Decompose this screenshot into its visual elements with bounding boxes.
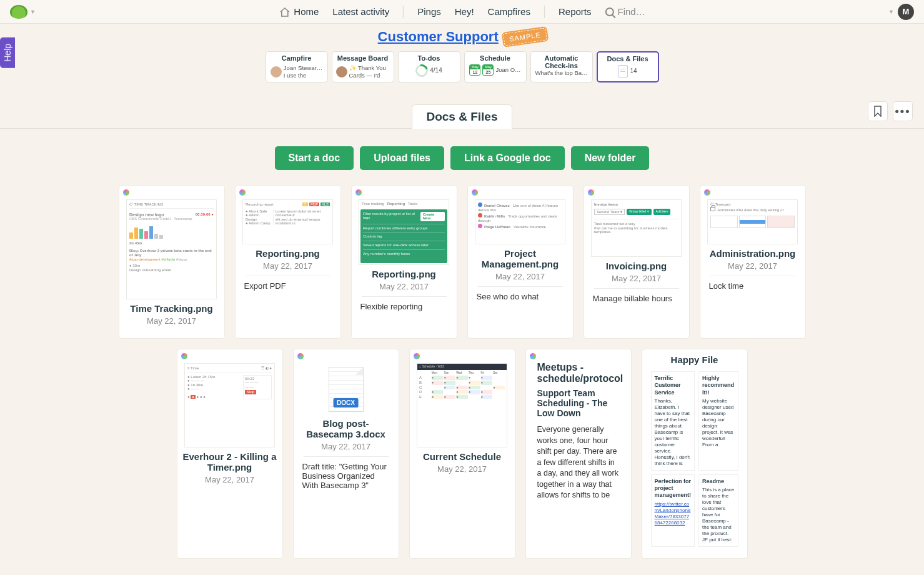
tool-message-board[interactable]: Message Board ✨ Thank You Cards — I'd: [332, 51, 394, 82]
link-google-doc-button[interactable]: Link a Google doc: [450, 146, 565, 170]
doc-subheading: Support Team Scheduling - The Low Down: [537, 388, 620, 418]
file-name: Administration.png: [705, 248, 800, 259]
file-description: Manage billable hours: [589, 289, 684, 303]
file-name: Current Schedule: [415, 451, 510, 462]
color-ring-icon: [297, 353, 304, 359]
file-name: Reporting.png: [357, 269, 452, 279]
product-switcher[interactable]: ▼: [10, 5, 36, 19]
color-ring-icon: [472, 189, 478, 196]
calendar-chip-icon: May12: [469, 64, 480, 76]
tool-schedule[interactable]: Schedule May12 May25 Joan O…: [464, 51, 527, 82]
file-card-reporting-2[interactable]: Time tracking Reporting Tasks Filter res…: [351, 185, 457, 339]
upload-files-button[interactable]: Upload files: [360, 146, 444, 170]
file-card-project-management[interactable]: Daniel Chavez Use one of these AI featur…: [467, 185, 574, 339]
color-ring-icon: [355, 189, 362, 196]
start-doc-button[interactable]: Start a doc: [275, 146, 354, 170]
docx-badge: DOCX: [333, 398, 359, 408]
happy-tile: Perfection for project management!https:…: [651, 474, 695, 547]
help-tab[interactable]: Help: [0, 38, 15, 68]
tool-checkins[interactable]: Automatic Check-ins What's the top Ba…: [530, 51, 593, 82]
happy-tile-link[interactable]: https://twitter.com/LandonphoneMaker/783…: [655, 501, 691, 526]
file-name: Reporting.png: [241, 248, 335, 259]
file-card-blog-docx[interactable]: DOCX Blog post- Basecamp 3.docx May 22, …: [293, 349, 399, 559]
file-name: Blog post- Basecamp 3.docx: [299, 418, 394, 439]
nav-separator: [544, 6, 545, 18]
file-thumbnail: Recording report⟳ PDF XLS ● About Sale● …: [242, 199, 333, 244]
avatar-chip-icon: [271, 66, 282, 78]
doc-heading: Meetups - schedule/protocol: [537, 362, 620, 384]
top-nav: ▼ Home Latest activity Pings Hey! Campfi…: [0, 0, 924, 24]
file-date: May 22, 2017: [187, 472, 272, 489]
user-avatar[interactable]: M: [898, 4, 914, 20]
more-options-button[interactable]: •••: [893, 101, 913, 121]
search-icon: [605, 8, 614, 16]
color-ring-icon: [704, 189, 710, 196]
folder-title: Happy File: [647, 351, 742, 371]
tool-todos[interactable]: To-dos 4/14: [398, 51, 460, 82]
nav-home[interactable]: Home: [279, 6, 319, 17]
happy-tile: ReadmeThis is a place to share the love …: [698, 474, 738, 547]
file-description: Draft title: "Getting Your Business Orga…: [299, 457, 394, 490]
color-ring-icon: [588, 189, 594, 196]
tool-cards-row: Campfire Joan Stewar… I use the Message …: [0, 51, 924, 82]
tool-campfire[interactable]: Campfire Joan Stewar… I use the: [266, 51, 328, 82]
section-actions: •••: [868, 101, 913, 121]
file-thumbnail: Time tracking Reporting Tasks Filter res…: [359, 199, 449, 265]
color-ring-icon: [414, 353, 420, 359]
nav-campfires[interactable]: Campfires: [488, 6, 530, 17]
file-card-administration[interactable]: ⏱ Timecard Administer who does the daily…: [700, 185, 806, 339]
tool-docs-files[interactable]: Docs & Files 14: [597, 51, 659, 82]
file-card-time-tracking[interactable]: ⏱ TIME TRACKING Design new logo00:39:06 …: [119, 185, 225, 339]
file-card-everhour[interactable]: ≡ Time☰ ◐ ● ● Lorem 2h 15m● — — —● 1h 30…: [177, 349, 283, 559]
file-card-current-schedule[interactable]: ⌂ Schedule · W23 MonTueWedThuFriSat A●●●…: [409, 349, 515, 559]
avatar-chip-icon: [336, 66, 347, 78]
bookmark-icon: [873, 106, 882, 117]
project-title-link[interactable]: Customer Support: [378, 29, 499, 45]
color-ring-icon: [530, 353, 536, 359]
file-description: Lock time: [705, 276, 800, 291]
file-grid: ⏱ TIME TRACKING Design new logo00:39:06 …: [75, 185, 850, 559]
file-card-meetups[interactable]: Meetups - schedule/protocol Support Team…: [525, 349, 632, 559]
file-thumbnail: Daniel Chavez Use one of these AI featur…: [475, 199, 565, 244]
file-thumbnail: Invoice items Second Team ▾ Group billed…: [591, 199, 682, 257]
file-name: Invoicing.png: [589, 261, 684, 271]
ellipsis-icon: •••: [895, 105, 911, 118]
file-description: Export PDF: [241, 276, 335, 291]
nav-find-label: Find…: [617, 6, 645, 17]
file-date: May 22, 2017: [420, 462, 505, 479]
new-folder-button[interactable]: New folder: [571, 146, 650, 170]
nav-center: Home Latest activity Pings Hey! Campfire…: [279, 0, 645, 23]
file-thumbnail: ⏱ Timecard Administer who does the daily…: [707, 199, 798, 244]
nav-home-label: Home: [294, 6, 319, 17]
happy-tile: Highly recommend it!!My website designer…: [698, 371, 738, 471]
basecamp-logo-icon: [10, 5, 27, 19]
file-card-happy-file[interactable]: Happy File Terrific Customer ServiceThan…: [642, 349, 748, 559]
file-thumbnail: ⏱ TIME TRACKING Design new logo00:39:06 …: [126, 199, 217, 299]
file-date: May 22, 2017: [304, 439, 389, 457]
file-description: Flexible reporting: [357, 297, 452, 311]
file-date: May 22, 2017: [246, 259, 330, 276]
calendar-chip-icon: May25: [482, 64, 494, 76]
file-date: May 22, 2017: [362, 279, 447, 297]
nav-reports[interactable]: Reports: [559, 6, 592, 17]
bookmark-button[interactable]: [868, 101, 888, 121]
section-header-row: Docs & Files •••: [0, 104, 924, 129]
caret-down-icon: ▼: [30, 9, 36, 15]
nav-hey[interactable]: Hey!: [455, 6, 474, 17]
file-card-invoicing[interactable]: Invoice items Second Team ▾ Group billed…: [584, 185, 690, 339]
nav-latest-activity[interactable]: Latest activity: [332, 6, 389, 17]
file-date: May 22, 2017: [478, 269, 563, 287]
nav-separator: [403, 6, 404, 18]
nav-pings[interactable]: Pings: [417, 6, 441, 17]
doc-body: Everyone generally works one, four hour …: [537, 424, 620, 501]
color-ring-icon: [239, 189, 246, 196]
file-date: May 22, 2017: [594, 271, 679, 289]
action-button-row: Start a doc Upload files Link a Google d…: [0, 146, 924, 170]
file-card-reporting-1[interactable]: Recording report⟳ PDF XLS ● About Sale● …: [235, 185, 341, 339]
file-date: May 22, 2017: [129, 314, 214, 331]
progress-ring-icon: [414, 62, 430, 79]
caret-down-icon: ▼: [888, 9, 894, 15]
file-name: Everhour 2 - Killing a Timer.png: [182, 451, 277, 472]
file-date: May 22, 2017: [710, 259, 795, 276]
nav-find[interactable]: Find…: [605, 6, 645, 17]
